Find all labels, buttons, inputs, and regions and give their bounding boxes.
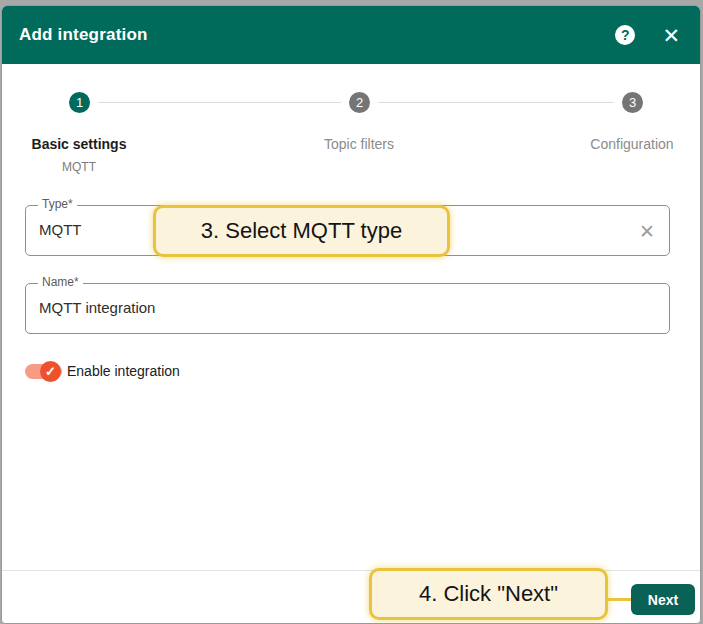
step-2-label[interactable]: Topic filters <box>324 136 394 152</box>
step-connector-1 <box>98 102 341 103</box>
next-button[interactable]: Next <box>631 584 695 615</box>
dialog-title: Add integration <box>19 25 148 45</box>
step-connector-2 <box>378 102 614 103</box>
check-icon: ✓ <box>40 361 61 382</box>
annotation-select-type: 3. Select MQTT type <box>153 205 450 257</box>
step-1-circle[interactable]: 1 <box>69 92 90 113</box>
name-input[interactable] <box>39 299 599 316</box>
name-field-label: Name* <box>38 275 83 289</box>
clear-icon[interactable]: ✕ <box>639 219 655 242</box>
step-3-circle[interactable]: 3 <box>622 92 643 113</box>
dialog-header: Add integration ? ✕ <box>2 6 700 64</box>
add-integration-dialog: Add integration ? ✕ 1 2 3 Basic settings… <box>1 5 701 624</box>
step-3-label[interactable]: Configuration <box>590 136 673 152</box>
header-actions: ? ✕ <box>615 6 680 64</box>
annotation-connector <box>606 598 633 601</box>
close-icon[interactable]: ✕ <box>662 25 680 46</box>
step-1-sublabel: MQTT <box>62 160 96 174</box>
help-icon[interactable]: ? <box>615 25 635 45</box>
enable-integration-label: Enable integration <box>67 364 180 379</box>
step-2-circle[interactable]: 2 <box>349 92 370 113</box>
step-1-label[interactable]: Basic settings <box>32 136 127 152</box>
name-field: Name* <box>25 283 670 334</box>
type-field-label: Type* <box>38 197 77 211</box>
enable-integration-toggle[interactable]: ✓ <box>25 361 65 382</box>
annotation-click-next: 4. Click "Next" <box>369 568 608 620</box>
